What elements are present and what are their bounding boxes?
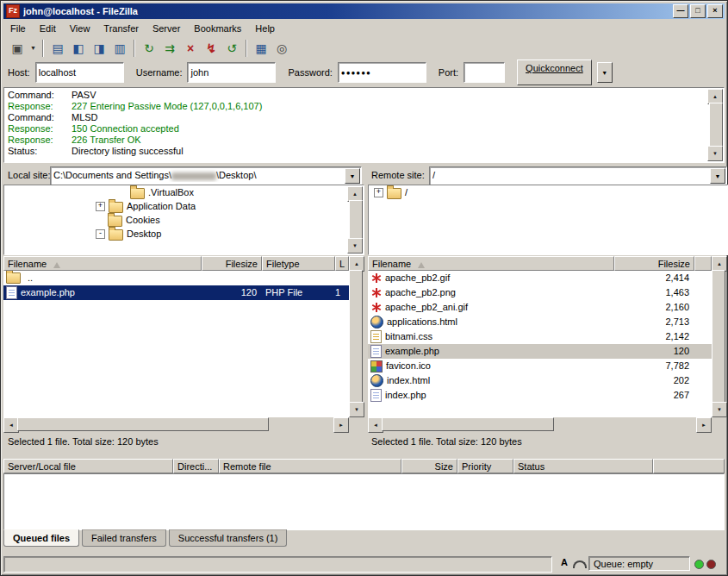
column-header-server-local-file[interactable]: Server/Local file	[3, 459, 173, 473]
tree-item-virtualbox[interactable]: .VirtualBox	[4, 185, 364, 199]
quickconnect-dropdown-icon[interactable]: ▼	[597, 62, 613, 83]
combo-dropdown-icon[interactable]: ▼	[710, 168, 725, 184]
column-header-direction[interactable]: Directi...	[173, 459, 219, 473]
username-input[interactable]	[187, 62, 276, 83]
site-manager-button[interactable]: ▣	[7, 39, 28, 58]
column-header-size[interactable]: Size	[401, 459, 457, 473]
expand-plus-icon[interactable]: +	[96, 202, 105, 211]
scrollbar-thumb[interactable]	[349, 200, 363, 240]
host-input[interactable]	[35, 62, 124, 83]
cancel-button[interactable]: ×	[180, 39, 201, 58]
toggle-local-tree-button[interactable]: ◧	[68, 39, 89, 58]
queue-list[interactable]	[3, 473, 725, 530]
remote-list-hscrollbar[interactable]: ◄ ►	[368, 417, 712, 431]
menu-file[interactable]: File	[3, 22, 33, 35]
tree-item-desktop[interactable]: - Desktop	[4, 227, 364, 241]
scroll-down-icon[interactable]: ▼	[349, 402, 364, 417]
menu-bookmarks[interactable]: Bookmarks	[187, 22, 248, 35]
tree-item-root[interactable]: + /	[369, 185, 727, 199]
column-header-filename[interactable]: Filename	[3, 256, 202, 271]
local-tree-scrollbar[interactable]: ▲ ▼	[349, 186, 363, 254]
file-name: applications.html	[387, 315, 457, 329]
file-row[interactable]: apache_pb2_ani.gif 2,160	[368, 300, 712, 315]
file-row[interactable]: index.php 267	[368, 388, 712, 403]
menu-help[interactable]: Help	[248, 22, 282, 35]
scroll-down-icon[interactable]: ▼	[347, 238, 363, 254]
column-header-status[interactable]: Status	[513, 459, 653, 473]
column-header-remote-file[interactable]: Remote file	[219, 459, 401, 473]
horizontal-splitter[interactable]	[3, 452, 725, 457]
menu-edit[interactable]: Edit	[33, 22, 63, 35]
column-header-filesize[interactable]: Filesize	[614, 256, 694, 271]
scrollbar-thumb[interactable]	[709, 103, 723, 147]
column-header-last-modified[interactable]: L	[335, 256, 349, 271]
password-input[interactable]	[338, 62, 426, 83]
remote-file-list[interactable]: apache_pb2.gif 2,414 apache_pb2.png 1,46…	[368, 271, 712, 417]
local-list-header: Filename Filesize Filetype L	[3, 256, 349, 271]
scroll-right-icon[interactable]: ►	[333, 417, 349, 433]
menu-server[interactable]: Server	[146, 22, 187, 35]
local-file-list[interactable]: .. example.php 120 PHP File 1	[3, 271, 349, 417]
disconnect-button[interactable]: ↯	[201, 39, 221, 58]
refresh-button[interactable]: ↻	[139, 39, 159, 58]
scrollbar-thumb[interactable]	[382, 417, 554, 431]
scrollbar-thumb[interactable]	[349, 270, 363, 404]
close-button[interactable]: ×	[707, 4, 723, 18]
file-row[interactable]: bitnami.css 2,142	[368, 329, 712, 344]
file-row[interactable]: apache_pb2.gif 2,414	[368, 271, 712, 285]
reconnect-button[interactable]: ↺	[221, 39, 242, 58]
combo-dropdown-icon[interactable]: ▼	[345, 168, 360, 184]
column-header-filesize[interactable]: Filesize	[202, 256, 262, 271]
column-header-filetype[interactable]: Filetype	[262, 256, 335, 271]
remote-site-combobox[interactable]: / ▼	[429, 166, 727, 185]
toggle-remote-tree-button[interactable]: ◨	[89, 39, 109, 58]
title-bar[interactable]: Fz john@localhost - FileZilla — □ ×	[3, 3, 725, 19]
port-input[interactable]	[464, 62, 505, 83]
menu-transfer[interactable]: Transfer	[96, 22, 146, 35]
quickconnect-button[interactable]: Quickconnect	[517, 59, 592, 85]
tab-queued-files[interactable]: Queued files	[3, 529, 79, 547]
expand-plus-icon[interactable]: +	[374, 188, 383, 197]
scroll-down-icon[interactable]: ▼	[712, 402, 727, 417]
remote-directory-tree[interactable]: + /	[368, 185, 728, 255]
message-log[interactable]: Command:PASV Response:227 Entering Passi…	[3, 87, 725, 163]
scrollbar-thumb[interactable]	[17, 417, 269, 431]
file-row-example-php-selected[interactable]: example.php 120	[368, 344, 712, 359]
data-type-indicator-icon[interactable]: A	[557, 557, 571, 571]
file-row[interactable]: favicon.ico 7,782	[368, 359, 712, 373]
remote-list-vscrollbar[interactable]: ▲ ▼	[712, 256, 725, 417]
file-row[interactable]: index.html 202	[368, 373, 712, 388]
toggle-message-log-button[interactable]: ▤	[47, 39, 68, 58]
local-site-combobox[interactable]: C:\Documents and Settings\\Desktop\ ▼	[50, 166, 362, 185]
log-scrollbar[interactable]: ▲ ▼	[709, 89, 723, 161]
toggle-transfer-queue-button[interactable]: ▥	[109, 39, 130, 58]
window-title: john@localhost - FileZilla	[23, 6, 671, 16]
file-row-parent-dir[interactable]: ..	[3, 271, 349, 285]
local-directory-tree[interactable]: .VirtualBox + Application Data Cookies -…	[3, 185, 364, 255]
local-list-vscrollbar[interactable]: ▲ ▼	[349, 256, 363, 417]
tree-item-application-data[interactable]: + Application Data	[4, 199, 364, 213]
scroll-right-icon[interactable]: ►	[696, 417, 712, 433]
process-queue-button[interactable]: ⇉	[159, 39, 180, 58]
speed-limit-icon[interactable]	[573, 560, 587, 568]
minimize-button[interactable]: —	[673, 4, 688, 18]
site-manager-dropdown-icon[interactable]: ▼	[28, 39, 39, 58]
scroll-down-icon[interactable]: ▼	[707, 146, 723, 161]
tab-failed-transfers[interactable]: Failed transfers	[82, 529, 166, 547]
tree-item-cookies[interactable]: Cookies	[4, 213, 364, 227]
file-row[interactable]: apache_pb2.png 1,463	[368, 285, 712, 300]
column-header-priority[interactable]: Priority	[457, 459, 513, 473]
log-line: Command:MLSD	[8, 112, 708, 123]
menu-view[interactable]: View	[63, 22, 97, 35]
column-header-filename[interactable]: Filename	[368, 256, 614, 271]
tab-successful-transfers[interactable]: Successful transfers (1)	[169, 529, 288, 547]
image-file-icon	[370, 287, 382, 298]
find-files-button[interactable]: ◎	[271, 39, 292, 58]
local-list-hscrollbar[interactable]: ◄ ►	[3, 417, 349, 431]
file-row-example-php-selected[interactable]: example.php 120 PHP File 1	[3, 285, 349, 300]
file-row[interactable]: applications.html 2,713	[368, 315, 712, 329]
collapse-minus-icon[interactable]: -	[96, 229, 105, 239]
directory-comparison-button[interactable]: ▦	[251, 39, 271, 58]
maximize-button[interactable]: □	[690, 4, 706, 18]
scrollbar-thumb[interactable]	[712, 270, 725, 404]
